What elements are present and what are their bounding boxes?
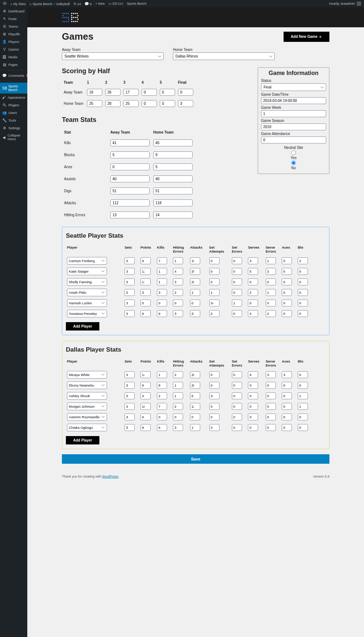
player-stat-input[interactable] (124, 310, 135, 317)
player-stat-input[interactable] (190, 382, 200, 389)
player-stat-input[interactable] (157, 289, 167, 296)
sidebar-item[interactable]: ▤Pages (0, 61, 27, 68)
player-stat-input[interactable] (190, 310, 200, 317)
season-input[interactable] (261, 123, 326, 130)
player-stat-input[interactable] (298, 257, 308, 264)
player-stat-input[interactable] (209, 382, 219, 389)
score-input[interactable] (142, 89, 157, 96)
player-stat-input[interactable] (173, 371, 183, 378)
player-stat-input[interactable] (190, 300, 200, 306)
player-stat-input[interactable] (282, 257, 292, 264)
attendance-input[interactable] (261, 136, 326, 143)
score-input[interactable] (178, 100, 193, 107)
player-stat-input[interactable] (141, 310, 151, 317)
player-stat-input[interactable] (248, 424, 258, 431)
player-select[interactable]: Ebony Nwanebu (67, 381, 107, 389)
save-button[interactable]: Save (62, 454, 329, 464)
player-stat-input[interactable] (141, 300, 151, 306)
player-stat-input[interactable] (232, 268, 242, 275)
player-stat-input[interactable] (141, 289, 151, 296)
score-input[interactable] (142, 100, 157, 107)
player-select[interactable]: Morgan Johnson (67, 403, 107, 410)
player-stat-input[interactable] (157, 382, 167, 389)
sidebar-item[interactable]: ⚙Settings (0, 124, 27, 132)
player-stat-input[interactable] (232, 300, 242, 306)
player-stat-input[interactable] (190, 414, 200, 420)
player-stat-input[interactable] (282, 382, 292, 389)
player-stat-input[interactable] (157, 257, 167, 264)
player-stat-input[interactable] (248, 382, 258, 389)
player-stat-input[interactable] (282, 268, 292, 275)
player-stat-input[interactable] (232, 392, 242, 399)
player-stat-input[interactable] (282, 371, 292, 378)
player-stat-input[interactable] (209, 392, 219, 399)
sidebar-item[interactable]: 🖼Media (0, 53, 27, 61)
sidebar-item[interactable]: 💬Comments0 (0, 72, 27, 79)
player-stat-input[interactable] (232, 403, 242, 410)
player-stat-input[interactable] (298, 424, 308, 431)
stat-home-input[interactable] (153, 199, 193, 206)
player-select[interactable]: Aniah Philo (67, 289, 107, 296)
player-stat-input[interactable] (141, 268, 151, 275)
player-stat-input[interactable] (173, 403, 183, 410)
player-stat-input[interactable] (157, 300, 167, 306)
player-stat-input[interactable] (141, 414, 151, 420)
score-input[interactable] (105, 89, 120, 96)
player-stat-input[interactable] (190, 403, 200, 410)
player-stat-input[interactable] (266, 268, 276, 275)
score-input[interactable] (87, 89, 102, 96)
player-stat-input[interactable] (232, 382, 242, 389)
player-stat-input[interactable] (209, 289, 219, 296)
player-stat-input[interactable] (282, 310, 292, 317)
player-stat-input[interactable] (173, 300, 183, 306)
player-stat-input[interactable] (124, 289, 135, 296)
player-stat-input[interactable] (248, 414, 258, 420)
player-select[interactable]: Hannah Lockin (67, 299, 107, 307)
player-stat-input[interactable] (248, 300, 258, 306)
player-stat-input[interactable] (248, 289, 258, 296)
stat-away-input[interactable] (110, 187, 150, 194)
stat-away-input[interactable] (110, 151, 150, 158)
player-stat-input[interactable] (298, 392, 308, 399)
player-stat-input[interactable] (173, 382, 183, 389)
player-stat-input[interactable] (173, 424, 183, 431)
player-stat-input[interactable] (266, 300, 276, 306)
player-select[interactable]: Chiaka Ogbogu (67, 424, 107, 431)
player-stat-input[interactable] (173, 278, 183, 285)
player-stat-input[interactable] (266, 392, 276, 399)
player-stat-input[interactable] (282, 278, 292, 285)
player-stat-input[interactable] (298, 268, 308, 275)
status-select[interactable]: Final (261, 83, 326, 91)
player-stat-input[interactable] (298, 300, 308, 306)
player-stat-input[interactable] (190, 371, 200, 378)
player-stat-input[interactable] (141, 392, 151, 399)
player-stat-input[interactable] (190, 257, 200, 264)
player-select[interactable]: Shelly Fanning (67, 278, 107, 286)
player-stat-input[interactable] (282, 392, 292, 399)
player-stat-input[interactable] (157, 424, 167, 431)
player-select[interactable]: Ashley Shook (67, 392, 107, 400)
player-stat-input[interactable] (232, 289, 242, 296)
player-select[interactable]: Yossiana Pressley (67, 310, 107, 317)
stat-away-input[interactable] (110, 163, 150, 170)
away-team-select[interactable]: Seattle Wolves (62, 52, 164, 60)
player-stat-input[interactable] (298, 382, 308, 389)
player-stat-input[interactable] (266, 310, 276, 317)
stat-away-input[interactable] (110, 199, 150, 206)
datetime-input[interactable] (261, 97, 326, 104)
score-input[interactable] (160, 100, 175, 107)
player-stat-input[interactable] (173, 414, 183, 420)
dallas-add-player[interactable]: Add Player (66, 436, 99, 444)
player-stat-input[interactable] (248, 392, 258, 399)
player-stat-input[interactable] (282, 403, 292, 410)
player-stat-input[interactable] (266, 371, 276, 378)
player-stat-input[interactable] (124, 414, 135, 420)
player-stat-input[interactable] (248, 310, 258, 317)
player-stat-input[interactable] (266, 382, 276, 389)
stat-home-input[interactable] (153, 187, 193, 194)
player-stat-input[interactable] (282, 424, 292, 431)
player-stat-input[interactable] (209, 257, 219, 264)
player-stat-input[interactable] (173, 257, 183, 264)
sidebar-item[interactable]: ◀Collapse menu (0, 132, 27, 143)
score-input[interactable] (123, 89, 139, 96)
